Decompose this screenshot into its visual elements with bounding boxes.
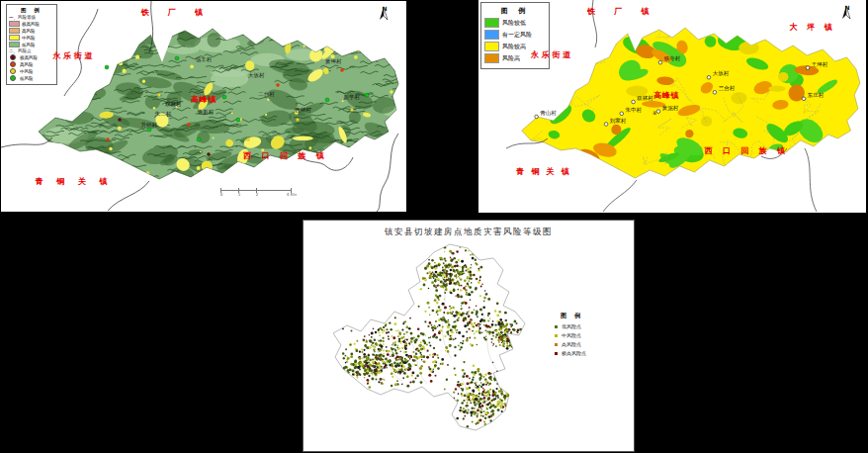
risk-point-very-high: [118, 118, 122, 122]
risk-point-high: [340, 68, 344, 72]
village-label: 铁寺村: [664, 56, 681, 62]
risk-point-medium: [350, 108, 353, 111]
legend-item-label: 极高风险: [20, 55, 38, 60]
legend-item: 高风险: [9, 61, 54, 67]
town-label: 铁厂镇: [587, 8, 668, 16]
town-label: 青铜关镇: [516, 168, 576, 176]
risk-point-medium: [296, 118, 299, 121]
legend-swatch: [484, 42, 499, 51]
village-label: 新学村: [343, 95, 360, 101]
legend-title: 图 例: [9, 7, 54, 14]
north-arrow-icon: N: [840, 5, 854, 11]
village-label: 王坪村: [812, 62, 828, 68]
risk-point-low: [236, 118, 240, 122]
scale-label: 1: [238, 192, 241, 197]
legend-item: 风险较低: [484, 18, 546, 28]
legend-swatch: [9, 21, 20, 27]
village-marker: [656, 110, 660, 114]
legend-item-label: 风险较低: [502, 19, 526, 28]
village-marker-num: ④: [652, 110, 656, 115]
village-marker: [658, 60, 662, 64]
legend-item-label: 中风险: [22, 36, 36, 41]
legend-item-label: 极高风险: [22, 22, 40, 27]
legend-item-label: 有一定风险: [502, 31, 532, 40]
legend-section-header: 一、风险等级: [9, 15, 54, 20]
panel-risk-point-distribution-map: 镇安县切坡建房点地质灾害风险等级图 图 例 低风险点中风险点高风险点极高风险点: [303, 220, 635, 452]
village-label: 升钟村: [140, 123, 157, 129]
legend-item-label: 中风险点: [562, 332, 581, 338]
risk-point-high: [106, 137, 110, 141]
legend-swatch: [484, 18, 499, 28]
legend-item-label: 风险高: [502, 54, 520, 63]
legend-swatch: [10, 61, 16, 67]
legend-item: 极高风险: [9, 21, 54, 27]
legend-item-label: 高风险: [20, 62, 34, 67]
village-label: 黄泥村: [662, 106, 679, 112]
legend-risk-points: 图 例 低风险点中风险点高风险点极高风险点: [553, 312, 622, 359]
risk-point-medium: [246, 137, 249, 140]
compass-icon: [378, 6, 390, 22]
north-arrow-icon: N: [378, 6, 391, 12]
legend-swatch: [484, 30, 499, 40]
risk-point-very-high: [207, 152, 211, 156]
scale-label: 4 Km: [287, 192, 297, 197]
village-marker: [806, 66, 810, 70]
scale-label: 0: [220, 192, 223, 197]
town-label: 铁厂镇: [141, 9, 222, 17]
legend-swatch: [484, 53, 499, 63]
town-label: 永乐街道: [531, 51, 573, 59]
legend-swatch: [555, 352, 558, 355]
village-label: 东庄村: [808, 93, 825, 99]
legend-swatch: [555, 334, 558, 337]
legend-item-label: 极高风险点: [562, 350, 586, 356]
village-marker: [620, 112, 624, 116]
risk-point-low: [105, 65, 109, 69]
legend-item: 中风险: [9, 68, 54, 74]
legend-item: 低风险: [9, 42, 54, 47]
town-label: 大坪镇: [790, 24, 842, 32]
legend-swatch: [9, 35, 20, 41]
scale-label: 2: [256, 192, 259, 197]
village-label: 西林村: [295, 108, 311, 114]
village-label: 大坂村: [248, 73, 265, 79]
village-label: 朱中村: [626, 108, 643, 114]
legend-item: 中风险点: [553, 332, 622, 338]
village-marker: [713, 91, 717, 95]
village-marker: [707, 76, 711, 80]
legend-item-label: 高风险点: [562, 341, 581, 347]
legend-item-label: 高风险: [22, 29, 36, 34]
legend-item: 中风险: [9, 35, 54, 41]
village-label: 青山村: [540, 111, 557, 117]
town-label: 永乐街道: [52, 52, 95, 60]
legend-swatch: [10, 54, 16, 60]
risk-point-low: [365, 93, 369, 97]
compass-icon: [840, 5, 852, 21]
town-label: 青铜关镇: [36, 178, 121, 186]
legend-item: 低风险: [9, 75, 54, 81]
risk-point-medium: [157, 93, 160, 96]
town-label: 高峰镇: [191, 96, 217, 104]
legend-swatch: [9, 28, 20, 34]
legend-item: 有一定风险: [484, 30, 546, 40]
legend-swatch: [10, 75, 16, 81]
legend-item-label: 风险较高: [502, 43, 526, 51]
legend-slope-risk: 图 例 一、风险等级极高风险高风险中风险低风险二、风险点极高风险高风险中风险低风…: [6, 4, 57, 85]
village-label: 二台村: [258, 92, 275, 98]
risk-point-low: [325, 98, 329, 102]
risk-point-high: [276, 83, 280, 87]
village-label: 朱二村: [155, 112, 172, 118]
risk-point-low: [147, 128, 151, 132]
village-label: 大坂村: [713, 72, 730, 78]
scale-bar: 0124 Km: [220, 187, 292, 197]
legend-swatch: [555, 325, 558, 328]
legend-title: 图 例: [553, 312, 622, 320]
village-marker: [604, 123, 608, 127]
legend-item: 极高风险点: [553, 350, 622, 356]
village-label: 双林村: [165, 103, 182, 109]
village-label: 焕新村: [198, 110, 215, 116]
legend-items: 低风险点中风险点高风险点极高风险点: [553, 323, 622, 356]
legend-item: 极高风险: [9, 54, 54, 60]
panel-slope-risk-terrain-map: 图 例 一、风险等级极高风险高风险中风险低风险二、风险点极高风险高风险中风险低风…: [1, 1, 406, 212]
village-marker: [802, 97, 806, 101]
legend-title: 图 例: [484, 6, 546, 16]
